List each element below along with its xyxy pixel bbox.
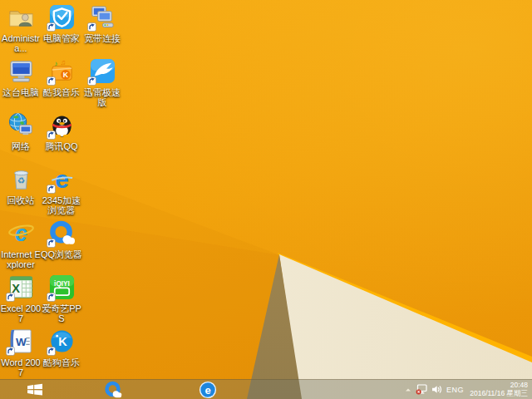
shortcut-arrow-icon xyxy=(87,22,96,32)
internet-explorer-icon: e xyxy=(7,219,35,247)
icon-label: 这台电脑 xyxy=(0,87,42,97)
svg-text:K: K xyxy=(58,335,67,348)
chevron-up-icon xyxy=(405,387,411,393)
clock-date: 2016/11/16 星期三 xyxy=(470,390,528,398)
shortcut-arrow-icon xyxy=(47,239,56,248)
administrator-folder[interactable]: Administra... xyxy=(0,3,42,53)
broadband-connection-icon xyxy=(89,3,116,31)
clock[interactable]: 20:48 2016/11/16 星期三 xyxy=(468,382,528,397)
icon-label: QQ浏览器 xyxy=(40,249,83,259)
recycle-bin-icon: ♻ xyxy=(7,165,35,193)
shortcut-arrow-icon xyxy=(47,131,56,140)
taskbar-2345-browser[interactable]: e xyxy=(195,380,221,399)
qq-browser-icon xyxy=(48,219,76,247)
desktop[interactable]: Administra... 电脑管家 宽带连接 这台电脑 ♪ ♫ K 酷我音乐 … xyxy=(0,0,532,399)
svg-text:K: K xyxy=(62,71,68,79)
2345-speed-browser[interactable]: e 2345加速浏览器 xyxy=(40,165,83,215)
pc-manager[interactable]: 电脑管家 xyxy=(40,3,83,43)
kuwo-music-icon: ♪ ♫ K xyxy=(48,57,76,85)
language-indicator[interactable]: ENG xyxy=(446,386,464,394)
svg-text:♫: ♫ xyxy=(60,58,66,66)
icon-label: 腾讯QQ xyxy=(40,141,83,151)
network[interactable]: 网络 xyxy=(0,111,42,151)
shortcut-arrow-icon xyxy=(47,22,56,32)
icon-label: 电脑管家 xyxy=(40,33,83,43)
svg-text:e: e xyxy=(204,384,210,397)
start-button[interactable] xyxy=(22,380,48,399)
icon-label: Administra... xyxy=(0,33,42,53)
this-pc[interactable]: 这台电脑 xyxy=(0,57,42,97)
thunder-speed-edition[interactable]: 迅雷极速版 xyxy=(81,57,124,107)
icon-label: 爱奇艺PPS xyxy=(40,303,83,323)
network-status-icon[interactable] xyxy=(416,384,427,395)
icon-label: 酷我音乐 xyxy=(40,87,83,97)
internet-explorer[interactable]: e Internet Explorer xyxy=(0,219,42,269)
system-tray: ENG 20:48 2016/11/16 星期三 xyxy=(405,380,532,399)
icon-label: 回收站 xyxy=(0,195,42,205)
kugou-music[interactable]: K 酷狗音乐 xyxy=(40,328,83,367)
icon-label: 迅雷极速版 xyxy=(81,87,124,107)
icon-label: Word 2007 xyxy=(0,357,42,377)
icon-label: 宽带连接 xyxy=(81,33,124,43)
tencent-qq[interactable]: 腾讯QQ xyxy=(40,111,83,151)
this-pc-icon xyxy=(7,57,35,85)
recycle-bin[interactable]: ♻ 回收站 xyxy=(0,165,42,205)
shortcut-arrow-icon xyxy=(6,347,15,356)
word-2007[interactable]: W Word 2007 xyxy=(0,328,42,377)
broadband-connection[interactable]: 宽带连接 xyxy=(81,3,124,43)
shortcut-arrow-icon xyxy=(47,293,56,302)
shortcut-arrow-icon xyxy=(47,347,56,356)
excel-2007-icon: X xyxy=(7,273,35,301)
svg-text:♻: ♻ xyxy=(17,175,25,185)
taskbar: e ENG 20:48 2 xyxy=(0,379,532,399)
administrator-folder-icon xyxy=(7,3,35,31)
icon-label: Internet Explorer xyxy=(0,249,42,269)
show-hidden-icons-button[interactable] xyxy=(405,387,411,393)
pc-manager-icon xyxy=(48,3,76,31)
icon-label: 网络 xyxy=(0,141,42,151)
icon-label: 2345加速浏览器 xyxy=(40,195,83,215)
volume-icon[interactable] xyxy=(431,384,442,395)
shortcut-arrow-icon xyxy=(6,293,15,302)
shortcut-arrow-icon xyxy=(87,76,96,86)
shortcut-arrow-icon xyxy=(47,76,56,86)
2345-speed-browser-icon: e xyxy=(48,165,76,193)
iqiyi-pps[interactable]: iQIYI 爱奇艺PPS xyxy=(40,273,83,323)
icon-label: 酷狗音乐 xyxy=(40,357,83,367)
qq-browser[interactable]: QQ浏览器 xyxy=(40,219,83,259)
desktop-icon-grid: Administra... 电脑管家 宽带连接 这台电脑 ♪ ♫ K 酷我音乐 … xyxy=(0,0,532,399)
network-icon xyxy=(7,111,35,139)
tencent-qq-icon xyxy=(48,111,76,139)
svg-text:iQIYI: iQIYI xyxy=(54,280,70,288)
kugou-music-icon: K xyxy=(48,328,76,355)
shortcut-arrow-icon xyxy=(47,185,56,194)
icon-label: Excel 2007 xyxy=(0,303,42,323)
taskbar-qq-browser[interactable] xyxy=(100,380,126,399)
excel-2007[interactable]: X Excel 2007 xyxy=(0,273,42,323)
svg-text:W: W xyxy=(16,336,27,348)
word-2007-icon: W xyxy=(7,328,35,355)
iqiyi-pps-icon: iQIYI xyxy=(48,273,76,301)
thunder-speed-edition-icon xyxy=(89,57,116,85)
kuwo-music[interactable]: ♪ ♫ K 酷我音乐 xyxy=(40,57,83,97)
